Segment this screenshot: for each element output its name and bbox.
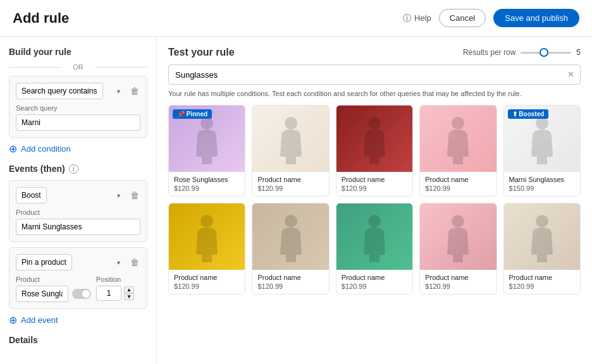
cancel-button[interactable]: Cancel xyxy=(439,9,486,27)
details-title: Details xyxy=(9,335,147,345)
boost-product-input[interactable] xyxy=(16,219,140,235)
product-card[interactable]: ⬆ Boosted Marni Sunglasses $150.99 xyxy=(503,105,581,197)
product-image xyxy=(504,203,580,270)
add-event-button[interactable]: ⊕ Add event xyxy=(9,314,58,326)
svg-point-1 xyxy=(285,117,297,130)
results-per-row-label: Results per row xyxy=(463,48,515,57)
product-card[interactable]: 📌 Pinned Rose Sunglasses $120.99 xyxy=(168,105,245,197)
pin-product-field: Product xyxy=(16,276,91,302)
product-price: $120.99 xyxy=(425,282,491,290)
product-name: Product name xyxy=(342,274,407,281)
position-increment-button[interactable]: ▲ xyxy=(124,286,134,293)
product-name: Product name xyxy=(425,176,491,183)
product-name: Product name xyxy=(425,274,491,281)
product-name: Rose Sunglasses xyxy=(174,176,240,183)
product-price: $150.99 xyxy=(509,185,575,192)
right-panel: Test your rule Results per row 5 × Your … xyxy=(157,37,592,364)
position-input-wrapper: ▲ ▼ xyxy=(96,286,140,301)
product-image xyxy=(252,106,328,172)
position-stepper: ▲ ▼ xyxy=(124,286,134,300)
product-price: $120.99 xyxy=(257,185,323,192)
product-info: Product name $120.99 xyxy=(169,270,245,294)
product-image xyxy=(336,106,412,172)
pin-product-label: Product xyxy=(16,276,91,283)
product-card[interactable]: Product name $120.99 xyxy=(503,203,581,294)
results-per-row-control: Results per row 5 xyxy=(463,48,581,57)
product-card[interactable]: Product name $120.99 xyxy=(419,203,496,294)
delete-pin-button[interactable]: 🗑 xyxy=(129,256,140,269)
product-price: $120.99 xyxy=(342,282,407,290)
product-info: Rose Sunglasses $120.99 xyxy=(169,172,245,196)
product-image: ⬆ Boosted xyxy=(504,106,580,172)
boost-product-field: Product xyxy=(16,209,140,235)
product-name: Product name xyxy=(509,274,575,281)
search-query-input[interactable] xyxy=(16,114,140,131)
boost-type-row: Boost 🗑 xyxy=(16,187,140,203)
product-price: $120.99 xyxy=(425,185,491,192)
pin-type-select[interactable]: Pin a product xyxy=(16,254,72,270)
page-title: Add rule xyxy=(13,10,69,27)
pin-type-wrapper: Pin a product xyxy=(16,254,125,270)
condition-type-select[interactable]: Search query contains xyxy=(16,83,103,99)
product-card[interactable]: Product name $120.99 xyxy=(252,105,329,197)
results-per-row-slider[interactable] xyxy=(521,52,571,54)
header: Add rule ⓘ Help Cancel Save and publish xyxy=(0,0,592,37)
add-condition-button[interactable]: ⊕ Add condition xyxy=(9,143,71,155)
product-card[interactable]: Product name $120.99 xyxy=(336,105,413,197)
svg-point-2 xyxy=(368,117,381,130)
add-event-plus-icon: ⊕ xyxy=(9,314,17,326)
product-card[interactable]: Product name $120.99 xyxy=(252,203,329,294)
search-input[interactable] xyxy=(175,70,568,80)
build-rule-title: Build your rule xyxy=(9,47,147,57)
product-price: $120.99 xyxy=(174,185,240,192)
header-actions: ⓘ Help Cancel Save and publish xyxy=(403,9,579,27)
plus-icon: ⊕ xyxy=(9,143,17,155)
product-price: $120.99 xyxy=(509,282,575,290)
svg-point-7 xyxy=(368,215,381,228)
rule-notice: Your rule has multiple conditions. Test … xyxy=(168,90,581,97)
boost-product-label: Product xyxy=(16,209,140,216)
help-button[interactable]: ⓘ Help xyxy=(403,13,431,24)
product-name: Product name xyxy=(257,274,323,281)
boost-type-wrapper: Boost xyxy=(16,187,125,203)
products-grid: 📌 Pinned Rose Sunglasses $120.99 Product… xyxy=(168,105,581,294)
product-name: Product name xyxy=(342,176,407,183)
svg-point-6 xyxy=(285,215,297,228)
position-decrement-button[interactable]: ▼ xyxy=(124,293,134,300)
pin-type-row: Pin a product 🗑 xyxy=(16,254,140,270)
pin-fields-row: Product Position ▲ ▼ xyxy=(16,276,140,302)
product-info: Product name $120.99 xyxy=(336,172,412,196)
delete-condition-button[interactable]: 🗑 xyxy=(129,85,140,97)
events-info-icon[interactable]: i xyxy=(69,164,78,174)
pin-product-input[interactable] xyxy=(16,286,68,302)
svg-point-3 xyxy=(452,117,464,130)
events-header: Events (then) i xyxy=(9,164,147,174)
product-image xyxy=(420,106,496,172)
product-card[interactable]: Product name $120.99 xyxy=(168,203,245,294)
product-price: $120.99 xyxy=(257,282,323,290)
product-card[interactable]: Product name $120.99 xyxy=(336,203,413,294)
pin-position-field: Position ▲ ▼ xyxy=(96,276,140,302)
toggle-knob xyxy=(82,290,90,298)
save-publish-button[interactable]: Save and publish xyxy=(493,9,579,27)
product-card[interactable]: Product name $120.99 xyxy=(419,105,496,197)
slider-value: 5 xyxy=(576,48,581,57)
search-query-field: Search query xyxy=(16,104,140,131)
condition-type-row: Search query contains 🗑 xyxy=(16,83,140,99)
product-image xyxy=(420,203,496,270)
delete-boost-button[interactable]: 🗑 xyxy=(129,189,140,202)
product-info: Product name $120.99 xyxy=(252,270,328,294)
product-info: Product name $120.99 xyxy=(252,172,328,196)
product-info: Product name $120.99 xyxy=(504,270,580,294)
product-image xyxy=(252,203,328,270)
product-info: Product name $120.99 xyxy=(420,270,496,294)
search-clear-button[interactable]: × xyxy=(568,69,574,80)
search-bar: × xyxy=(168,64,581,85)
events-title: Events (then) xyxy=(9,164,65,174)
boost-type-select[interactable]: Boost xyxy=(16,187,47,203)
product-price: $120.99 xyxy=(342,185,407,192)
help-circle-icon: ⓘ xyxy=(403,13,411,24)
position-input[interactable] xyxy=(96,286,121,301)
pin-toggle[interactable] xyxy=(72,289,91,299)
product-image xyxy=(169,203,245,270)
